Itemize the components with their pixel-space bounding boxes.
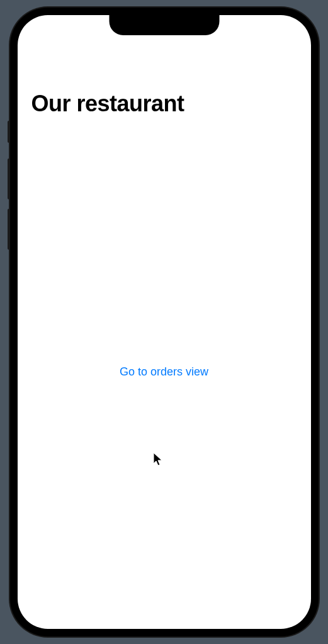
app-content: Our restaurant Go to orders view xyxy=(18,15,311,629)
phone-device-frame: Our restaurant Go to orders view xyxy=(10,8,319,636)
go-to-orders-link[interactable]: Go to orders view xyxy=(120,365,208,379)
cursor-icon xyxy=(153,452,164,467)
volume-up-button xyxy=(8,158,10,199)
page-title: Our restaurant xyxy=(31,91,184,117)
side-button xyxy=(8,121,10,143)
phone-notch xyxy=(109,15,219,35)
phone-screen: Our restaurant Go to orders view xyxy=(18,15,311,629)
volume-down-button xyxy=(8,209,10,250)
